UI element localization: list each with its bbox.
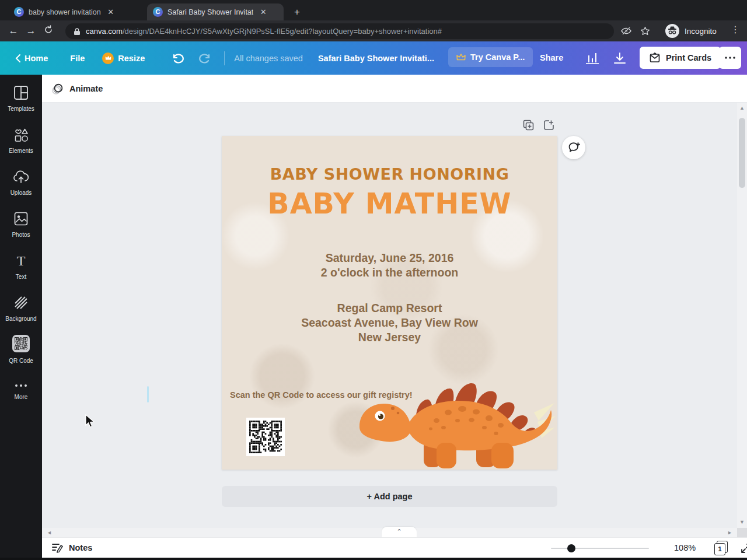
chevron-left-icon xyxy=(15,54,20,62)
canva-header: Home File Resize All changes saved Safar… xyxy=(0,41,747,75)
back-button[interactable]: ← xyxy=(5,25,22,37)
tab-title: baby shower invitation xyxy=(29,8,101,16)
scroll-up-arrow[interactable]: ▲ xyxy=(737,103,747,113)
print-cards-button[interactable]: Print Cards xyxy=(640,47,721,69)
tab-title: Safari Baby Shower Invitat xyxy=(167,8,253,16)
scroll-right-arrow[interactable]: ► xyxy=(727,528,732,537)
browser-toolbar: ← → canva.com/design/DAE4knHcCJY/S5AwXty… xyxy=(0,20,747,41)
tab-close-icon[interactable]: ✕ xyxy=(106,7,116,18)
download-icon[interactable] xyxy=(613,52,627,65)
more-dots-icon xyxy=(13,383,29,388)
lock-icon xyxy=(74,27,81,36)
templates-icon xyxy=(13,85,29,100)
scroll-down-arrow[interactable]: ▼ xyxy=(737,517,747,527)
sidebar-item-text[interactable]: T Text xyxy=(0,253,42,280)
sidebar-item-templates[interactable]: Templates xyxy=(0,85,42,112)
invitation-eyebrow-text[interactable]: BABY SHOWER HONORING xyxy=(222,165,557,183)
sidebar-item-more[interactable]: More xyxy=(0,380,42,400)
browser-tab-strip: C baby shower invitation ✕ C Safari Baby… xyxy=(0,0,747,20)
dino-head-spot xyxy=(397,412,400,415)
add-page-icon[interactable] xyxy=(543,120,554,131)
invitation-venue-text[interactable]: Regal Camp Resort Seacoast Avenue, Bay V… xyxy=(222,301,557,345)
dino-head-spot xyxy=(391,407,395,410)
sidebar-item-elements[interactable]: Elements xyxy=(0,127,42,154)
bookmark-star-icon[interactable] xyxy=(640,26,650,36)
gift-registry-qr-code[interactable] xyxy=(246,418,285,456)
scroll-left-arrow[interactable]: ◄ xyxy=(47,528,52,537)
add-page-button[interactable]: + Add page xyxy=(222,486,557,507)
add-comment-button[interactable] xyxy=(562,136,585,159)
notes-icon xyxy=(51,542,63,554)
browser-tab-2-active[interactable]: C Safari Baby Shower Invitat ✕ xyxy=(147,4,284,20)
reload-button[interactable] xyxy=(40,25,57,37)
screen-bottom-edge xyxy=(0,558,747,560)
scrollbar-corner xyxy=(737,528,747,537)
forward-button[interactable]: → xyxy=(22,25,40,37)
incognito-label: Incognito xyxy=(685,27,717,36)
redo-icon[interactable] xyxy=(198,52,211,64)
zoom-level[interactable]: 108% xyxy=(674,543,696,552)
invitation-datetime-text[interactable]: Saturday, June 25, 2016 2 o'clock in the… xyxy=(222,251,557,280)
duplicate-page-icon[interactable] xyxy=(523,120,534,131)
reload-icon xyxy=(44,25,53,34)
sidebar-item-background[interactable]: Background xyxy=(0,295,42,322)
header-divider xyxy=(224,51,225,65)
undo-icon[interactable] xyxy=(172,52,184,64)
svg-text:T: T xyxy=(17,253,26,268)
header-more-button[interactable] xyxy=(719,47,741,69)
context-toolbar: Animate xyxy=(42,75,747,103)
comment-plus-icon xyxy=(567,142,580,153)
qr-code-graphic xyxy=(249,421,282,453)
canva-favicon: C xyxy=(14,7,24,17)
background-icon xyxy=(13,295,29,310)
invitation-title-text[interactable]: BABY MATHEW xyxy=(222,187,557,220)
fullscreen-icon[interactable] xyxy=(740,542,747,554)
collaborator-caret xyxy=(147,386,149,402)
save-status: All changes saved xyxy=(234,54,303,63)
dinosaur-illustration[interactable] xyxy=(356,374,556,470)
file-menu-button[interactable]: File xyxy=(70,54,85,63)
insights-chart-icon[interactable] xyxy=(585,52,600,65)
browser-tab-1[interactable]: C baby shower invitation ✕ xyxy=(8,4,145,20)
vertical-scrollbar-thumb[interactable] xyxy=(739,118,745,188)
url-bar[interactable]: canva.com/design/DAE4knHcCJY/S5AwXtyGRjN… xyxy=(65,23,614,39)
qr-code-icon xyxy=(15,337,27,350)
notes-button[interactable]: Notes xyxy=(51,542,92,554)
upload-cloud-icon xyxy=(13,169,29,184)
page-indicator[interactable]: 1 xyxy=(714,541,728,555)
eye-off-icon[interactable] xyxy=(621,26,631,36)
text-icon: T xyxy=(13,253,29,268)
sidebar-item-uploads[interactable]: Uploads xyxy=(0,169,42,196)
elements-icon xyxy=(13,127,29,142)
envelope-icon xyxy=(649,52,661,64)
new-tab-button[interactable]: + xyxy=(290,5,304,19)
browser-menu-icon[interactable]: ⋮ xyxy=(731,24,740,35)
animate-button[interactable]: Animate xyxy=(51,82,103,95)
canva-favicon: C xyxy=(153,7,163,17)
invitation-page[interactable]: BABY SHOWER HONORING BABY MATHEW Saturda… xyxy=(222,136,557,470)
incognito-icon xyxy=(665,23,680,38)
dino-eye-glint xyxy=(379,414,381,416)
zoom-slider-handle[interactable] xyxy=(567,544,575,552)
mouse-cursor xyxy=(85,414,95,428)
incognito-badge: Incognito xyxy=(662,22,724,40)
share-button[interactable]: Share xyxy=(540,53,563,62)
animate-icon xyxy=(51,82,64,95)
vertical-scrollbar[interactable]: ▲ ▼ xyxy=(737,103,747,528)
document-title[interactable]: Safari Baby Shower Invitati... xyxy=(318,54,434,63)
page-indicator-count: 1 xyxy=(714,543,725,555)
tab-close-icon[interactable]: ✕ xyxy=(258,7,268,18)
home-button[interactable]: Home xyxy=(15,54,48,63)
crown-icon xyxy=(456,54,466,61)
sidebar-item-photos[interactable]: Photos xyxy=(0,211,42,238)
zoom-slider[interactable] xyxy=(551,548,649,549)
app-window: C baby shower invitation ✕ C Safari Baby… xyxy=(0,0,747,560)
crown-icon xyxy=(102,52,114,64)
url-text: canva.com/design/DAE4knHcCJY/S5AwXtyGRjN… xyxy=(86,27,442,36)
sidebar-item-qr-code[interactable]: QR Code xyxy=(0,335,42,364)
resize-button[interactable]: Resize xyxy=(102,52,145,64)
ellipsis-icon xyxy=(725,57,735,59)
try-canva-pro-button[interactable]: Try Canva P... xyxy=(448,47,533,67)
collapse-panel-handle[interactable]: ⌃ xyxy=(382,527,417,537)
photos-icon xyxy=(13,211,29,226)
